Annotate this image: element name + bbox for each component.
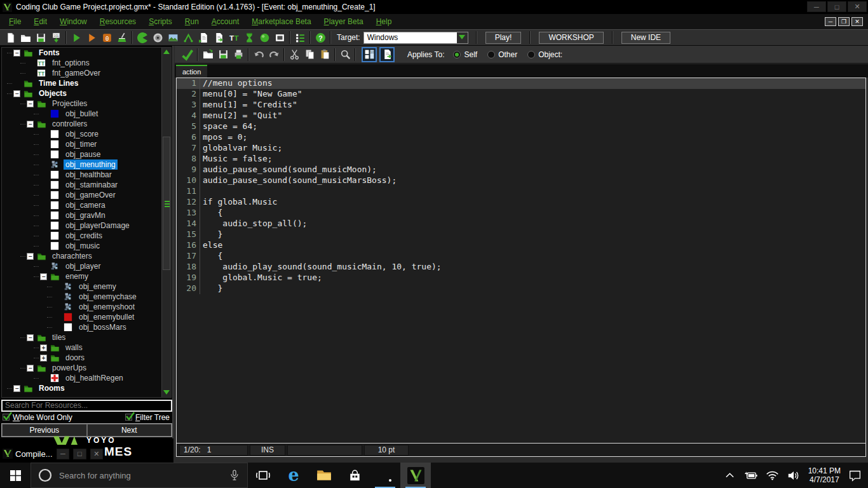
open-project-button[interactable]	[18, 30, 33, 44]
code-line-7[interactable]: 7globalvar Music;	[177, 143, 865, 154]
new-project-button[interactable]	[3, 30, 18, 44]
tree-item-obj-bossmars[interactable]: obj_bossMars	[2, 322, 171, 332]
tree-expander-minus[interactable]: −	[27, 253, 34, 260]
toggle-grid-button[interactable]: 10	[362, 47, 377, 62]
code-line-18[interactable]: 18 audio_play_sound(sound_musicMain, 10,…	[177, 262, 865, 273]
window-maximize-button[interactable]: □	[827, 1, 846, 12]
create-sound-button[interactable]	[150, 30, 165, 44]
child-close-button[interactable]: ✕	[851, 17, 863, 26]
create-script-button[interactable]	[196, 30, 211, 44]
whole-word-checkbox[interactable]: Whole Word Only	[3, 413, 72, 422]
paste-button[interactable]	[317, 48, 332, 62]
menu-window[interactable]: Window	[60, 17, 87, 26]
code-area[interactable]: 1//menu options2menu[0] = "New Game"3men…	[177, 78, 865, 443]
code-line-8[interactable]: 8Music = false;	[177, 154, 865, 165]
undo-button[interactable]	[251, 48, 266, 62]
menu-player-beta[interactable]: Player Beta	[324, 17, 363, 26]
scroll-up-icon[interactable]	[162, 48, 171, 57]
tree-item-obj-music[interactable]: obj_music	[2, 241, 171, 251]
create-path-button[interactable]	[180, 30, 196, 44]
code-line-9[interactable]: 9audio_pause_sound(sound_musicMoon);	[177, 165, 865, 175]
microphone-icon[interactable]	[228, 469, 241, 482]
create-timeline-button[interactable]	[241, 30, 257, 44]
tree-expander-minus[interactable]: −	[27, 365, 34, 372]
tree-item-obj-healthregen[interactable]: obj_healthRegen	[2, 373, 171, 383]
tree-item-charachters[interactable]: −charachters	[2, 251, 171, 261]
compile-maximize-button[interactable]: □	[73, 449, 86, 459]
tree-expander-minus[interactable]: −	[13, 90, 20, 97]
menu-file[interactable]: File	[9, 17, 21, 26]
cut-button[interactable]	[287, 48, 302, 62]
applies-to-radio-object-[interactable]: Object:	[527, 50, 562, 59]
redo-button[interactable]	[266, 48, 281, 62]
code-line-11[interactable]: 11	[177, 186, 865, 197]
applies-to-radio-self[interactable]: Self	[453, 50, 477, 59]
code-line-15[interactable]: 15 }	[177, 229, 865, 240]
chevron-down-icon[interactable]	[457, 32, 468, 43]
toggle-page-button[interactable]	[379, 47, 395, 62]
print-button[interactable]	[231, 48, 246, 62]
tree-expander-minus[interactable]: −	[40, 273, 47, 280]
create-sprite-button[interactable]	[135, 30, 150, 44]
tree-expander-minus[interactable]: −	[27, 334, 34, 341]
taskbar-search-box[interactable]: Search for anything	[31, 463, 248, 488]
code-line-2[interactable]: 2menu[0] = "New Game"	[177, 89, 865, 100]
code-line-13[interactable]: 13 {	[177, 208, 865, 219]
taskbar-chrome-button[interactable]	[370, 463, 400, 488]
code-line-12[interactable]: 12if global.Music	[177, 197, 865, 208]
tree-item-fonts[interactable]: −Fonts	[2, 48, 171, 58]
tree-expander-minus[interactable]: −	[27, 100, 34, 107]
tree-item-obj-healthbar[interactable]: obj_healthbar	[2, 170, 171, 180]
battery-icon[interactable]	[742, 470, 758, 480]
tree-item-obj-gravmn[interactable]: obj_gravMn	[2, 210, 171, 220]
play-button[interactable]: Play!	[485, 32, 522, 44]
resource-search-input[interactable]	[1, 400, 172, 412]
run-game-button[interactable]	[69, 30, 84, 44]
menu-run[interactable]: Run	[185, 17, 199, 26]
code-line-14[interactable]: 14 audio_stop_all();	[177, 219, 865, 229]
scroll-down-icon[interactable]	[162, 388, 171, 397]
action-center-icon[interactable]	[848, 469, 862, 482]
tree-item-obj-enemy[interactable]: obj_enemy	[2, 281, 171, 292]
tree-scrollbar[interactable]	[161, 48, 171, 397]
tree-item-obj-bullet[interactable]: obj_bullet	[2, 109, 171, 119]
tree-expander-minus[interactable]: −	[13, 385, 20, 392]
apply-check-button[interactable]	[180, 48, 195, 62]
tree-item-time-lines[interactable]: Time Lines	[2, 78, 171, 88]
tree-item-obj-staminabar[interactable]: obj_staminabar	[2, 180, 171, 190]
code-editor[interactable]: 1//menu options2menu[0] = "New Game"3men…	[176, 78, 866, 457]
taskbar-gamemaker-button[interactable]	[400, 463, 431, 488]
code-line-5[interactable]: 5space = 64;	[177, 121, 865, 132]
menu-edit[interactable]: Edit	[34, 17, 47, 26]
tree-item-obj-score[interactable]: obj_score	[2, 129, 171, 139]
tree-item-obj-camera[interactable]: obj_camera	[2, 200, 171, 210]
code-line-4[interactable]: 4menu[2] = "Quit"	[177, 111, 865, 121]
tree-item-rooms[interactable]: −Rooms	[2, 383, 171, 393]
tree-item-controllers[interactable]: −controllers	[2, 119, 171, 129]
save-project-button[interactable]	[33, 30, 48, 44]
new-ide-button[interactable]: New IDE	[621, 32, 670, 44]
tree-item-fnt-gameover[interactable]: TTfnt_gameOver	[2, 68, 171, 78]
code-line-1[interactable]: 1//menu options	[177, 78, 865, 89]
help-button[interactable]: ?	[313, 30, 328, 44]
tree-item-obj-enemychase[interactable]: obj_enemychase	[2, 292, 171, 302]
tree-item-powerups[interactable]: −powerUps	[2, 363, 171, 373]
tray-chevron-icon[interactable]	[725, 472, 735, 478]
tree-item-doors[interactable]: +doors	[2, 353, 171, 363]
filter-tree-checkbox[interactable]: Filter Tree	[125, 413, 170, 422]
open-file-button[interactable]	[200, 48, 215, 62]
code-line-6[interactable]: 6mpos = 0;	[177, 132, 865, 143]
run-debug-button[interactable]	[84, 30, 99, 44]
tree-item-obj-pause[interactable]: obj_pause	[2, 149, 171, 159]
tree-item-enemy[interactable]: −enemy	[2, 271, 171, 281]
target-dropdown[interactable]: Windows	[363, 32, 468, 44]
window-close-button[interactable]: ✕	[848, 1, 867, 12]
tree-item-walls[interactable]: +walls	[2, 342, 171, 353]
child-minimize-button[interactable]: ─	[825, 17, 836, 26]
tree-item-obj-menuthing[interactable]: obj_menuthing	[2, 159, 171, 170]
child-restore-button[interactable]: ❐	[838, 17, 850, 26]
tree-expander-plus[interactable]: +	[40, 355, 47, 362]
code-line-16[interactable]: 16else	[177, 240, 865, 251]
applies-to-radio-other[interactable]: Other	[487, 50, 517, 59]
tree-item-tiles[interactable]: −tiles	[2, 332, 171, 342]
